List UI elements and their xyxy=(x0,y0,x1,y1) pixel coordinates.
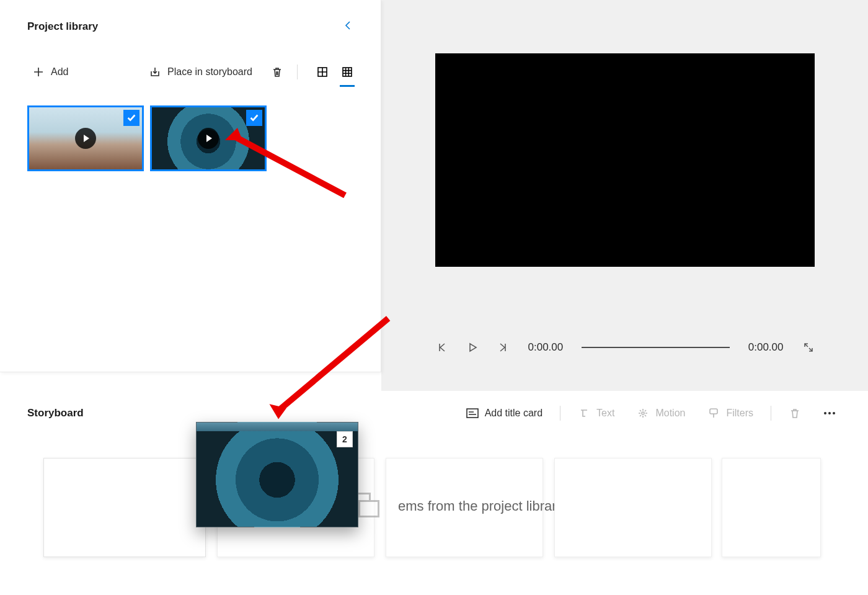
selected-check-icon xyxy=(246,110,262,126)
svg-rect-1 xyxy=(343,68,352,76)
scrubber[interactable] xyxy=(582,347,730,348)
svg-point-3 xyxy=(642,412,644,414)
toolbar-separator xyxy=(771,406,771,421)
duration: 0:00.00 xyxy=(748,341,784,354)
next-frame-button[interactable] xyxy=(497,341,510,354)
svg-point-5 xyxy=(824,412,826,414)
current-time: 0:00.00 xyxy=(528,341,564,354)
library-clip-eye[interactable] xyxy=(150,105,267,171)
collapse-library-button[interactable] xyxy=(340,17,356,36)
motion-label: Motion xyxy=(655,408,685,419)
filters-label: Filters xyxy=(726,408,753,419)
view-large-grid-button[interactable] xyxy=(314,63,331,81)
play-button[interactable] xyxy=(466,341,479,354)
library-toolbar: Add Place in storyboard xyxy=(27,62,356,82)
trash-icon xyxy=(271,66,283,78)
delete-button[interactable] xyxy=(266,62,288,82)
play-icon xyxy=(198,128,219,149)
place-in-storyboard-button[interactable]: Place in storyboard xyxy=(144,62,257,82)
add-button-label: Add xyxy=(51,66,68,78)
add-title-card-button[interactable]: Add title card xyxy=(461,403,547,423)
library-clip-horses[interactable] xyxy=(27,105,144,171)
filters-icon xyxy=(707,407,720,419)
text-label: Text xyxy=(596,408,614,419)
library-thumbnails xyxy=(27,105,356,171)
svg-point-7 xyxy=(833,412,835,414)
place-in-storyboard-label: Place in storyboard xyxy=(167,66,252,78)
player-controls: 0:00.00 0:00.00 xyxy=(435,341,815,354)
storyboard-slot[interactable] xyxy=(554,458,712,557)
svg-rect-4 xyxy=(710,409,717,414)
storyboard-slot[interactable] xyxy=(43,458,206,557)
toolbar-separator xyxy=(297,65,298,79)
motion-button[interactable]: Motion xyxy=(632,403,690,423)
library-header: Project library xyxy=(27,17,356,36)
storyboard-delete-button[interactable] xyxy=(784,403,806,423)
storyboard-slot[interactable] xyxy=(722,458,821,557)
preview-pane: 0:00.00 0:00.00 xyxy=(381,0,868,391)
toolbar-separator xyxy=(560,406,560,421)
svg-rect-2 xyxy=(467,409,478,418)
top-row: Project library Add Place in storyboard xyxy=(0,0,868,391)
storyboard-pane: Storyboard Add title card Text Motion xyxy=(0,391,868,576)
storyboard-actions: Add title card Text Motion Filters xyxy=(461,403,841,423)
motion-icon xyxy=(637,407,649,419)
more-button[interactable] xyxy=(818,403,841,423)
view-small-grid-button[interactable] xyxy=(339,63,356,81)
prev-frame-button[interactable] xyxy=(435,341,448,354)
place-icon xyxy=(149,66,161,78)
text-icon xyxy=(578,407,590,419)
filters-button[interactable]: Filters xyxy=(702,403,758,423)
title-card-icon xyxy=(466,407,479,419)
trash-icon xyxy=(789,407,801,419)
storyboard-header: Storyboard Add title card Text Motion xyxy=(27,403,841,423)
add-title-card-label: Add title card xyxy=(485,408,542,419)
storyboard-title: Storyboard xyxy=(27,407,84,419)
library-title: Project library xyxy=(27,20,98,33)
fullscreen-button[interactable] xyxy=(802,341,815,354)
add-button[interactable]: Add xyxy=(27,62,73,82)
project-library-pane: Project library Add Place in storyboard xyxy=(0,0,381,372)
plus-icon xyxy=(32,66,45,78)
drag-count-badge: 2 xyxy=(337,431,353,447)
svg-point-6 xyxy=(828,412,831,414)
selected-check-icon xyxy=(123,110,140,126)
more-icon xyxy=(823,407,836,419)
video-preview[interactable] xyxy=(435,53,815,267)
text-button[interactable]: Text xyxy=(573,403,619,423)
play-icon xyxy=(75,128,96,149)
storyboard-slot[interactable] xyxy=(386,458,543,557)
drag-ghost-clip[interactable]: 2 xyxy=(196,422,358,527)
storyboard-track[interactable]: ems from the project library here 2 xyxy=(27,458,841,576)
